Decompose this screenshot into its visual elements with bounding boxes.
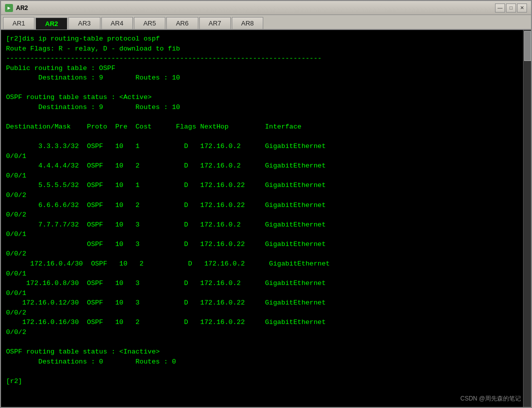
title-bar: ▶ AR2 — □ ✕ (1, 1, 531, 15)
window-title: AR2 (16, 4, 495, 12)
restore-button[interactable]: □ (506, 4, 516, 12)
app-icon: ▶ (5, 4, 13, 12)
tab-ar4[interactable]: AR4 (101, 17, 133, 29)
tab-ar8[interactable]: AR8 (232, 17, 263, 29)
window-controls: — □ ✕ (495, 4, 527, 12)
tab-ar6[interactable]: AR6 (166, 17, 198, 29)
close-button[interactable]: ✕ (517, 4, 527, 12)
tab-ar7[interactable]: AR7 (199, 17, 231, 29)
tab-ar2[interactable]: AR2 (35, 18, 67, 30)
minimize-button[interactable]: — (495, 4, 505, 12)
tab-ar1[interactable]: AR1 (3, 17, 34, 29)
terminal-area[interactable]: [r2]dis ip routing-table protocol ospf R… (1, 30, 531, 407)
scrollbar[interactable] (523, 30, 531, 407)
tab-bar: AR1 AR2 AR3 AR4 AR5 AR6 AR7 AR8 (1, 15, 531, 30)
tab-ar5[interactable]: AR5 (134, 17, 165, 29)
scrollbar-thumb[interactable] (524, 31, 531, 61)
main-window: ▶ AR2 — □ ✕ AR1 AR2 AR3 AR4 AR5 AR6 AR7 … (0, 0, 532, 408)
tab-ar3[interactable]: AR3 (68, 17, 100, 29)
watermark: CSDN @周先森的笔记 (460, 394, 521, 403)
terminal-output: [r2]dis ip routing-table protocol ospf R… (6, 34, 526, 386)
